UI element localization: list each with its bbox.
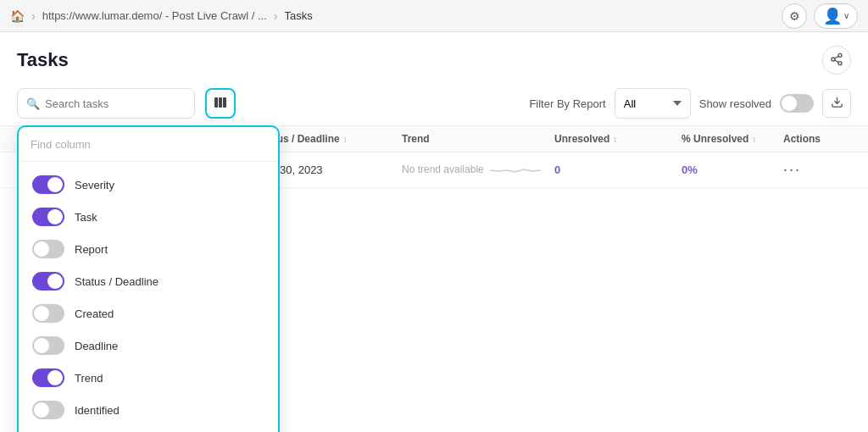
column-item[interactable]: Report bbox=[19, 233, 278, 265]
column-toggle[interactable] bbox=[32, 368, 64, 387]
column-toggle[interactable] bbox=[32, 272, 64, 291]
table-column-header-pct_unresolved[interactable]: % Unresolved↕ bbox=[682, 133, 783, 145]
page-header: Tasks bbox=[0, 32, 868, 81]
pct-unresolved-cell: 0% bbox=[682, 163, 783, 176]
unresolved-cell: 0 bbox=[554, 163, 682, 176]
table-column-header-trend: Trend bbox=[402, 133, 554, 145]
svg-rect-7 bbox=[223, 97, 226, 108]
breadcrumb-current: Tasks bbox=[285, 9, 313, 22]
filter-section: Filter By Report AllReport 1Report 2 Sho… bbox=[529, 88, 851, 119]
svg-point-2 bbox=[838, 61, 842, 64]
sort-icon: ↕ bbox=[613, 135, 617, 144]
column-item[interactable]: Identified bbox=[19, 394, 278, 426]
column-search-input[interactable] bbox=[31, 138, 266, 151]
search-wrapper: 🔍 bbox=[17, 88, 195, 119]
column-item[interactable]: Created bbox=[19, 297, 278, 330]
column-item[interactable]: Severity bbox=[19, 169, 278, 201]
column-label: Deadline bbox=[75, 340, 118, 352]
column-toggle[interactable] bbox=[32, 208, 64, 226]
trend-text: No trend available bbox=[402, 163, 484, 175]
column-item[interactable]: Trend bbox=[19, 362, 278, 394]
share-icon bbox=[830, 53, 843, 69]
sort-icon: ↕ bbox=[752, 135, 756, 144]
column-item[interactable]: Task bbox=[19, 201, 278, 233]
sort-icon: ↕ bbox=[343, 135, 348, 144]
resolved-label: Show resolved bbox=[699, 97, 771, 110]
breadcrumb-sep-1: › bbox=[31, 9, 36, 23]
download-button[interactable] bbox=[822, 89, 851, 118]
svg-rect-5 bbox=[214, 97, 218, 108]
chevron-down-icon: ∨ bbox=[843, 11, 849, 20]
column-label: Identified bbox=[75, 404, 120, 417]
table-column-header-unresolved[interactable]: Unresolved↕ bbox=[554, 133, 682, 145]
columns-button[interactable] bbox=[205, 88, 236, 119]
column-dropdown: SeverityTaskReportStatus / DeadlineCreat… bbox=[17, 125, 280, 432]
columns-icon bbox=[214, 96, 227, 112]
column-toggle[interactable] bbox=[32, 175, 64, 194]
column-label: Report bbox=[75, 243, 108, 256]
filter-select[interactable]: AllReport 1Report 2 bbox=[615, 88, 691, 119]
column-toggle[interactable] bbox=[32, 401, 64, 419]
page-title: Tasks bbox=[17, 49, 69, 71]
resolved-toggle[interactable] bbox=[780, 94, 814, 113]
table-column-header-actions: Actions bbox=[783, 133, 851, 145]
main-content: Tasks 🔍 S bbox=[0, 32, 868, 432]
user-menu-button[interactable]: 👤 ∨ bbox=[814, 3, 858, 29]
column-search-wrapper bbox=[19, 127, 278, 162]
svg-point-1 bbox=[832, 58, 835, 61]
column-toggle[interactable] bbox=[32, 240, 64, 258]
column-label: Status / Deadline bbox=[75, 275, 159, 288]
svg-line-3 bbox=[835, 60, 839, 63]
home-icon[interactable]: 🏠 bbox=[10, 9, 25, 23]
trend-cell: No trend available bbox=[402, 162, 554, 179]
toolbar: 🔍 SeverityTaskReportStatus / DeadlineCre… bbox=[0, 81, 868, 125]
more-actions-button[interactable]: ··· bbox=[783, 161, 801, 179]
user-avatar: 👤 bbox=[823, 7, 842, 25]
settings-button[interactable]: ⚙ bbox=[782, 3, 807, 29]
search-icon: 🔍 bbox=[26, 97, 40, 110]
svg-line-4 bbox=[835, 56, 839, 58]
column-label: Task bbox=[75, 211, 97, 224]
column-label: Severity bbox=[75, 179, 114, 191]
column-label: Created bbox=[75, 307, 114, 320]
column-list: SeverityTaskReportStatus / DeadlineCreat… bbox=[19, 162, 278, 432]
column-item[interactable]: Deadline bbox=[19, 330, 278, 362]
breadcrumb-sep-2: › bbox=[274, 9, 278, 23]
column-label: Trend bbox=[75, 372, 103, 385]
browser-bar: 🏠 › https://www.lumar.demo/ - Post Live … bbox=[0, 0, 868, 32]
filter-label: Filter By Report bbox=[529, 97, 605, 110]
column-item[interactable]: Status / Deadline bbox=[19, 265, 278, 297]
svg-rect-6 bbox=[219, 97, 222, 108]
browser-actions: ⚙ 👤 ∨ bbox=[782, 3, 858, 29]
share-button[interactable] bbox=[822, 46, 851, 75]
svg-point-0 bbox=[838, 53, 842, 57]
actions-cell: ··· bbox=[783, 161, 851, 179]
breadcrumb-url: https://www.lumar.demo/ - Post Live Craw… bbox=[42, 9, 267, 22]
search-input[interactable] bbox=[45, 97, 186, 110]
column-toggle[interactable] bbox=[32, 304, 64, 323]
download-icon bbox=[831, 96, 843, 111]
column-toggle[interactable] bbox=[32, 336, 64, 355]
